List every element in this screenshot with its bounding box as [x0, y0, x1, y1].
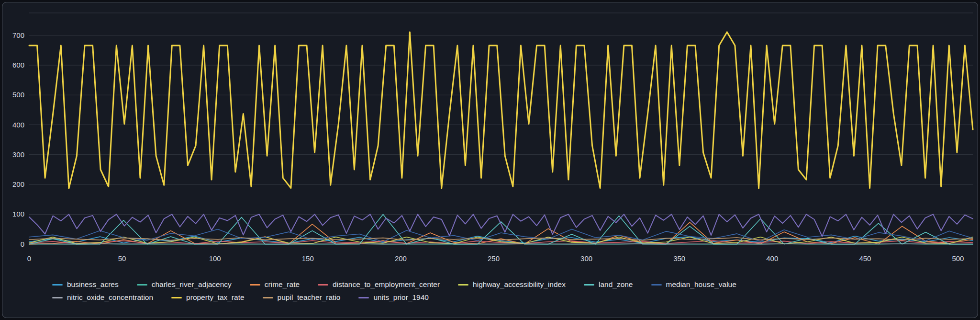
- legend-item-distance_to_employment_center[interactable]: distance_to_employment_center: [318, 280, 440, 289]
- screenshot-root: 0100200300400500600700050100150200250300…: [0, 0, 980, 320]
- line-chart-plot-area[interactable]: 0100200300400500600700050100150200250300…: [2, 2, 978, 275]
- legend-swatch-median_house_value: [651, 284, 662, 286]
- legend-label: land_zone: [599, 280, 633, 289]
- legend-item-units_prior_1940[interactable]: units_prior_1940: [358, 293, 428, 302]
- x-tick-label: 350: [673, 254, 685, 263]
- legend-label: charles_river_adjacency: [152, 280, 232, 289]
- chart-panel: 0100200300400500600700050100150200250300…: [2, 2, 978, 318]
- y-tick-label: 200: [12, 180, 24, 188]
- legend-swatch-nitric_oxide_concentration: [52, 297, 63, 298]
- x-tick-label: 250: [488, 254, 500, 263]
- x-tick-label: 200: [395, 254, 407, 263]
- legend-label: highway_accessibility_index: [473, 280, 566, 289]
- legend-label: property_tax_rate: [186, 293, 245, 302]
- legend-item-business_acres[interactable]: business_acres: [52, 280, 119, 289]
- x-tick-label: 50: [118, 254, 126, 263]
- legend-swatch-units_prior_1940: [358, 297, 369, 298]
- legend-label: units_prior_1940: [373, 293, 428, 302]
- legend-item-crime_rate[interactable]: crime_rate: [250, 280, 300, 289]
- legend-swatch-pupil_teacher_ratio: [263, 297, 273, 298]
- legend-label: distance_to_employment_center: [333, 280, 440, 289]
- chart-legend: business_acrescharles_river_adjacencycri…: [52, 280, 808, 302]
- y-tick-label: 100: [12, 210, 24, 218]
- legend-item-highway_accessibility_index[interactable]: highway_accessibility_index: [458, 280, 566, 289]
- legend-item-nitric_oxide_concentration[interactable]: nitric_oxide_concentration: [52, 293, 153, 302]
- legend-swatch-highway_accessibility_index: [458, 284, 468, 286]
- x-tick-label: 500: [952, 254, 964, 263]
- legend-item-property_tax_rate[interactable]: property_tax_rate: [171, 293, 245, 302]
- legend-item-land_zone[interactable]: land_zone: [584, 280, 633, 289]
- legend-swatch-land_zone: [584, 284, 594, 286]
- y-tick-label: 400: [12, 121, 24, 129]
- legend-item-charles_river_adjacency[interactable]: charles_river_adjacency: [137, 280, 232, 289]
- y-tick-label: 300: [12, 150, 24, 159]
- x-tick-label: 100: [209, 254, 221, 263]
- series-line-property_tax_rate[interactable]: [29, 32, 973, 188]
- x-tick-label: 0: [27, 254, 31, 263]
- x-tick-label: 300: [580, 254, 592, 263]
- y-tick-label: 0: [21, 240, 24, 248]
- legend-label: crime_rate: [265, 280, 300, 289]
- x-tick-label: 150: [302, 254, 314, 263]
- legend-item-median_house_value[interactable]: median_house_value: [651, 280, 736, 289]
- legend-label: median_house_value: [666, 280, 736, 289]
- legend-label: business_acres: [67, 280, 119, 289]
- legend-swatch-charles_river_adjacency: [137, 284, 147, 286]
- legend-label: nitric_oxide_concentration: [67, 293, 153, 302]
- legend-swatch-crime_rate: [250, 284, 260, 286]
- y-tick-label: 600: [12, 61, 24, 69]
- legend-item-pupil_teacher_ratio[interactable]: pupil_teacher_ratio: [263, 293, 341, 302]
- x-tick-label: 400: [766, 254, 778, 263]
- legend-swatch-business_acres: [52, 284, 63, 286]
- legend-swatch-distance_to_employment_center: [318, 284, 328, 286]
- legend-swatch-property_tax_rate: [171, 297, 182, 298]
- legend-label: pupil_teacher_ratio: [278, 293, 341, 302]
- y-tick-label: 500: [12, 91, 24, 99]
- x-tick-label: 450: [859, 254, 871, 263]
- y-tick-label: 700: [12, 31, 24, 39]
